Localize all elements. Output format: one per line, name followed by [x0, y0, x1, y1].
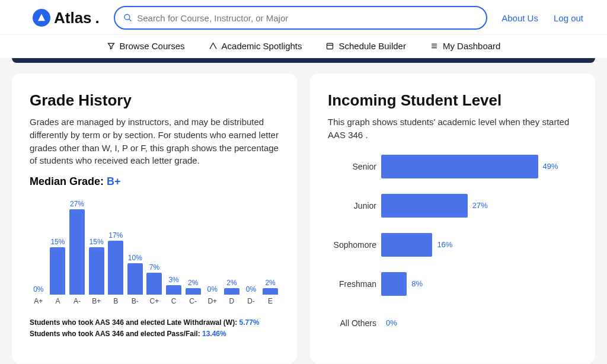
bar-value-label: 2% — [265, 279, 275, 287]
svg-line-1 — [129, 19, 131, 21]
bar-rect — [89, 247, 104, 295]
bar-value-label: 7% — [149, 263, 159, 272]
card-title: Grade History — [30, 91, 279, 110]
hbar-senior: Senior49% — [328, 155, 577, 178]
bar-value-label: 3% — [168, 276, 178, 284]
grade-history-card: Grade History Grades are managed by inst… — [12, 74, 297, 363]
bar-value-label: 0% — [207, 285, 218, 293]
hbar-rect — [381, 155, 538, 178]
hbar-value-label: 49% — [543, 162, 558, 171]
brand-name: Atlas — [54, 9, 92, 27]
bar-rect — [146, 273, 162, 295]
bar-A-: 27%A- — [68, 200, 86, 305]
bar-A+: 0%A+ — [30, 285, 47, 305]
bar-value-label: 0% — [246, 285, 256, 293]
menu-my-dashboard[interactable]: My Dashboard — [430, 41, 501, 51]
incoming-level-card: Incoming Student Level This graph shows … — [310, 74, 595, 363]
bar-rect — [127, 263, 143, 295]
svg-rect-2 — [327, 43, 333, 49]
brand-logo[interactable]: Atlas. — [33, 9, 100, 27]
bar-category-label: E — [268, 297, 273, 305]
bar-C+: 7%C+ — [146, 263, 164, 305]
menu-schedule-builder[interactable]: Schedule Builder — [325, 41, 405, 51]
bar-E: 2%E — [261, 279, 279, 305]
hbar-category-label: All Others — [328, 318, 381, 328]
hbar-junior: Junior27% — [328, 194, 577, 218]
bar-value-label: 27% — [70, 200, 84, 208]
svg-point-0 — [124, 14, 130, 20]
hbar-rect — [381, 194, 468, 218]
bar-category-label: A- — [74, 297, 81, 305]
hbar-sophomore: Sophomore16% — [328, 233, 577, 257]
filter-icon — [107, 41, 116, 50]
hbar-freshman: Freshman8% — [328, 272, 577, 296]
main-menu: Browse Courses Academic Spotlights Sched… — [0, 34, 607, 58]
hbar-category-label: Sophomore — [328, 240, 381, 250]
bar-C-: 2%C- — [184, 279, 202, 305]
menu-academic-spotlights[interactable]: Academic Spotlights — [209, 41, 302, 51]
bar-rect — [50, 247, 65, 295]
bar-A: 15%A — [49, 238, 67, 305]
bar-value-label: 2% — [226, 279, 237, 287]
bar-category-label: B — [113, 297, 118, 305]
footnotes: Students who took AAS 346 and elected La… — [30, 317, 279, 340]
card-description: This graph shows students' academic leve… — [328, 116, 577, 142]
bar-category-label: B+ — [92, 297, 101, 305]
search-box[interactable] — [114, 6, 487, 30]
bar-rect — [166, 285, 181, 295]
bar-category-label: D — [229, 297, 235, 305]
bar-B-: 10%B- — [126, 254, 144, 305]
card-title: Incoming Student Level — [328, 91, 577, 110]
hbar-category-label: Freshman — [328, 279, 381, 289]
median-grade: Median Grade: B+ — [30, 175, 279, 188]
content-area: Grade History Grades are managed by inst… — [0, 63, 607, 363]
dashboard-icon — [430, 41, 439, 50]
bar-rect — [263, 288, 278, 295]
median-grade-label: Median Grade: — [30, 175, 107, 187]
hbar-value-label: 0% — [386, 318, 397, 327]
topbar: Atlas. About Us Log out — [0, 0, 607, 34]
hbar-category-label: Junior — [328, 201, 381, 210]
bar-category-label: D- — [247, 297, 255, 305]
bar-value-label: 2% — [188, 279, 198, 287]
bar-B+: 15%B+ — [88, 238, 106, 305]
bar-C: 3%C — [165, 276, 183, 305]
search-input[interactable] — [137, 13, 478, 23]
bar-value-label: 15% — [50, 238, 65, 246]
menu-label: Schedule Builder — [338, 41, 405, 51]
hbar-value-label: 16% — [437, 240, 452, 249]
bar-D: 2%D — [223, 279, 241, 305]
bar-value-label: 10% — [128, 254, 142, 262]
incoming-level-chart: Senior49%Junior27%Sophomore16%Freshman8%… — [328, 155, 577, 335]
bar-value-label: 0% — [33, 285, 43, 293]
bar-B: 17%B — [107, 231, 124, 305]
footnote-passfail: Students who took AAS 346 and elected Pa… — [30, 328, 279, 340]
spotlight-icon — [209, 41, 218, 50]
bar-category-label: B- — [132, 297, 139, 305]
bar-category-label: D+ — [207, 297, 217, 305]
hbar-category-label: Senior — [328, 162, 381, 171]
bar-D+: 0%D+ — [203, 285, 221, 305]
grade-distribution-chart: 0%A+15%A27%A-15%B+17%B10%B-7%C+3%C2%C-0%… — [30, 193, 279, 305]
menu-label: Browse Courses — [120, 41, 185, 51]
menu-browse-courses[interactable]: Browse Courses — [107, 41, 185, 51]
bar-value-label: 15% — [90, 238, 104, 246]
calendar-icon — [325, 41, 334, 50]
bar-category-label: A+ — [34, 297, 43, 305]
bar-value-label: 17% — [108, 231, 123, 240]
bar-rect — [108, 241, 123, 295]
hbar-value-label: 27% — [472, 201, 488, 210]
top-links: About Us Log out — [501, 13, 583, 23]
logout-link[interactable]: Log out — [554, 13, 583, 23]
hbar-rect — [381, 272, 407, 296]
atlas-logo-icon — [33, 9, 50, 27]
about-us-link[interactable]: About Us — [501, 13, 538, 23]
search-icon — [123, 13, 132, 23]
header-strip — [12, 58, 595, 63]
bar-rect — [69, 209, 85, 295]
bar-D-: 0%D- — [242, 285, 260, 305]
hbar-all-others: All Others0% — [328, 311, 577, 335]
bar-rect — [224, 288, 239, 295]
bar-category-label: C — [171, 297, 177, 305]
menu-label: Academic Spotlights — [222, 41, 302, 51]
